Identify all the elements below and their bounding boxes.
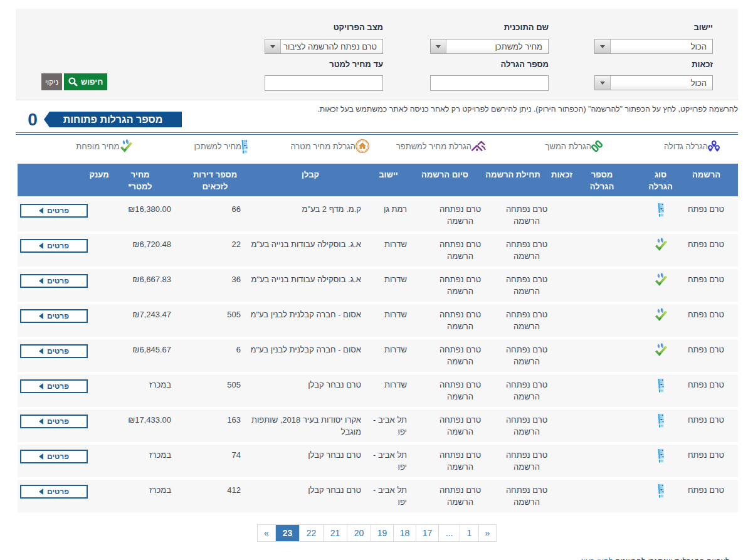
cell-reg-end: טרם נפתחה הרשמה xyxy=(429,203,492,227)
legend-label: מחיר מופחת xyxy=(76,142,119,151)
cell-city: רמת גן xyxy=(371,203,407,215)
filter-select-program[interactable]: מחיר למשתכן xyxy=(430,39,549,54)
building-icon xyxy=(658,448,665,463)
sprout-icon xyxy=(655,238,668,251)
details-button[interactable]: פרטים xyxy=(20,379,88,393)
cell-reg-start: טרם נפתחה הרשמה xyxy=(495,379,558,403)
filter-input-lottery_number[interactable] xyxy=(430,75,549,91)
cell-city: תל אביב - יפו xyxy=(371,484,407,508)
cell-reg-end: טרם נפתחה הרשמה xyxy=(429,273,492,297)
legend-label: הגרלת מחיר מטרה xyxy=(290,142,356,151)
cell-price: במכרז xyxy=(102,379,171,391)
cell-contractor: אסום - חברה קבלנית לבנין בע"מ xyxy=(248,309,361,320)
filter-select-program-value: מחיר למשתכן xyxy=(446,42,548,51)
cell-lottery-type xyxy=(646,238,676,251)
pagination-ellipsis: ... xyxy=(439,524,460,542)
details-button-label: פרטים xyxy=(47,417,69,426)
cell-lottery-type xyxy=(646,203,676,217)
closed-lotteries-link[interactable]: לחצו כאן! xyxy=(581,557,613,560)
cell-price: ₪17,433.00 xyxy=(102,414,171,426)
filter-select-status[interactable]: טרם נפתח להרשמה לציבור xyxy=(265,39,383,54)
sprout-icon xyxy=(120,139,133,153)
cell-city: תל אביב - יפו xyxy=(371,414,407,438)
cell-reg-start: טרם נפתחה הרשמה xyxy=(495,309,558,332)
chevron-down-icon xyxy=(270,45,275,51)
cell-lottery-type xyxy=(646,413,676,428)
cell-reg-start: טרם נפתחה הרשמה xyxy=(495,484,558,508)
cell-price: ₪16,380.00 xyxy=(102,203,171,215)
cell-contractor: טרם נבחר קבלן xyxy=(248,449,361,461)
details-button[interactable]: פרטים xyxy=(20,415,88,428)
pins-icon xyxy=(708,140,720,152)
cell-contractor: ק.מ. מדף 2 בע"מ xyxy=(248,203,361,215)
details-button-label: פרטים xyxy=(47,241,69,250)
pagination-page-20[interactable]: 20 xyxy=(347,524,371,542)
chevron-down-icon xyxy=(600,45,605,51)
details-button[interactable]: פרטים xyxy=(20,274,88,288)
double-divider-line xyxy=(16,132,738,135)
pagination-prev[interactable]: « xyxy=(258,524,276,542)
chevron-down-icon xyxy=(600,82,605,87)
link-icon xyxy=(591,140,603,152)
table-row: טרם נפתחטרם נפתחה הרשמהטרם נפתחה הרשמהשד… xyxy=(18,234,738,267)
cell-contractor: א.ג. בוסקילה עבודות בנייה בע"מ xyxy=(248,273,361,285)
lottery-list-page: יישובהכולשם התוכניתמחיר למשתכןמצב הפרויק… xyxy=(0,0,748,560)
sprout-icon xyxy=(655,273,668,287)
pagination-page-19[interactable]: 19 xyxy=(371,524,394,542)
filter-label-max_price: עד מחיר למטר xyxy=(329,60,383,69)
closed-lotteries-text: לצפייה בהגרלות שנסגרו להרשמה xyxy=(615,557,730,560)
filter-select-eligibility-arrow-button[interactable] xyxy=(595,76,611,90)
cell-reg-start: טרם נפתחה הרשמה xyxy=(495,344,558,367)
filter-select-eligibility[interactable]: הכול xyxy=(594,75,713,90)
cell-lottery-type xyxy=(646,308,676,322)
table-row: טרם נפתחטרם נפתחה הרשמהטרם נפתחה הרשמהשד… xyxy=(18,374,738,407)
sprout-icon xyxy=(655,308,668,322)
search-filters-panel: יישובהכולשם התוכניתמחיר למשתכןמצב הפרויק… xyxy=(16,9,738,100)
cell-units: 505 xyxy=(203,309,241,320)
clear-button[interactable]: ניקוי xyxy=(41,73,62,90)
column-header-registration: הרשמה xyxy=(692,169,720,181)
table-row: טרם נפתחטרם נפתחה הרשמהטרם נפתחה הרשמהשד… xyxy=(18,339,738,372)
triangle-left-icon xyxy=(39,208,43,214)
details-button[interactable]: פרטים xyxy=(20,344,88,358)
pagination-page-1[interactable]: 1 xyxy=(460,524,479,542)
filter-select-city-arrow-button[interactable] xyxy=(595,40,611,53)
details-button[interactable]: פרטים xyxy=(20,204,88,218)
pagination-next[interactable]: » xyxy=(479,524,497,542)
legend-item-pins: הגרלה גדולה xyxy=(664,139,720,153)
filter-select-city[interactable]: הכול xyxy=(594,39,713,54)
cell-units: 163 xyxy=(203,414,241,426)
cell-registration: טרם נפתח xyxy=(688,344,724,356)
cell-price: ₪6,667.83 xyxy=(102,273,171,285)
details-button[interactable]: פרטים xyxy=(20,239,88,253)
table-row: טרם נפתחטרם נפתחה הרשמהטרם נפתחה הרשמהשד… xyxy=(18,269,738,302)
filter-select-program-arrow-button[interactable] xyxy=(431,40,446,53)
cell-registration: טרם נפתח xyxy=(688,484,724,496)
pagination-page-18[interactable]: 18 xyxy=(394,524,416,542)
cell-city: שדרות xyxy=(371,238,407,250)
details-button[interactable]: פרטים xyxy=(20,309,88,323)
cell-city: תל אביב - יפו xyxy=(371,449,407,473)
triangle-left-icon xyxy=(39,348,43,354)
search-button-label: חיפוש xyxy=(81,77,103,87)
pagination-page-17[interactable]: 17 xyxy=(416,524,439,542)
filter-select-status-value: טרם נפתח להרשמה לציבור xyxy=(281,42,382,51)
pagination-page-23[interactable]: 23 xyxy=(276,524,300,542)
open-lotteries-banner: מספר הגרלות פתוחות xyxy=(44,112,182,127)
details-button[interactable]: פרטים xyxy=(20,450,88,463)
pagination-page-21[interactable]: 21 xyxy=(324,524,347,542)
cell-lottery-type xyxy=(646,273,676,287)
building-icon xyxy=(658,378,665,393)
filter-input-max_price[interactable] xyxy=(265,75,383,91)
cell-contractor: א.ג. בוסקילה עבודות בנייה בע"מ xyxy=(248,238,361,250)
pagination-page-22[interactable]: 22 xyxy=(300,524,324,542)
building-icon xyxy=(241,139,248,154)
details-button-label: פרטים xyxy=(47,312,69,320)
cell-reg-start: טרם נפתחה הרשמה xyxy=(495,238,558,262)
details-button[interactable]: פרטים xyxy=(20,485,88,499)
cell-registration: טרם נפתח xyxy=(688,309,724,320)
cell-reg-end: טרם נפתחה הרשמה xyxy=(429,344,492,367)
search-button[interactable]: חיפוש xyxy=(64,73,107,90)
legend-label: הגרלת מחיר למשתפר xyxy=(396,142,471,151)
filter-select-status-arrow-button[interactable] xyxy=(265,40,281,53)
